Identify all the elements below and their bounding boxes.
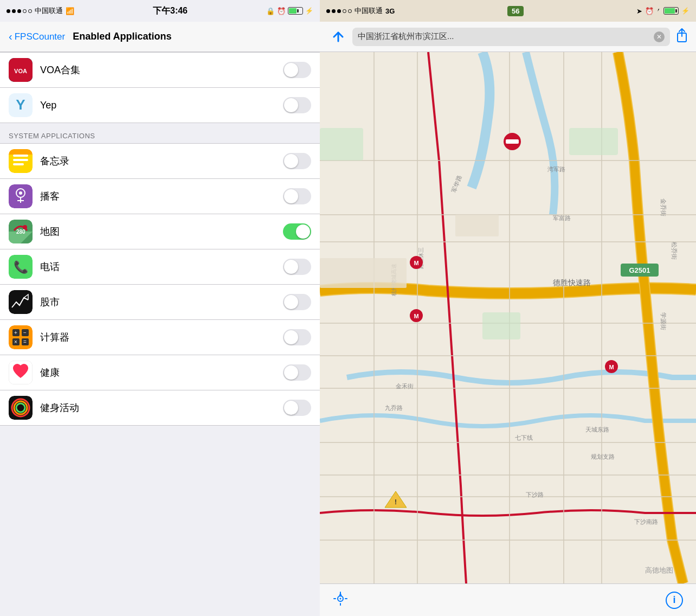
svg-rect-83 bbox=[320, 128, 363, 161]
app-name-podcast: 播客 bbox=[40, 190, 283, 203]
dot2 bbox=[12, 9, 16, 13]
right-panel: 中国联通 3G 56 ➤ ⏰ ⎖ ⚡ 中国浙江省杭州市滨江区... ✕ bbox=[320, 0, 696, 616]
app-icon-yep: Y bbox=[9, 93, 33, 117]
svg-text:七下线: 七下线 bbox=[515, 434, 533, 441]
svg-text:M: M bbox=[609, 364, 614, 370]
svg-point-11 bbox=[19, 191, 22, 195]
battery-fill-left bbox=[289, 8, 297, 14]
svg-text:M: M bbox=[414, 313, 418, 319]
battery-tip-right bbox=[675, 9, 677, 12]
app-icon-voa: VOA bbox=[9, 58, 33, 82]
wifi-icon: 📶 bbox=[66, 7, 74, 15]
toggle-fitness[interactable] bbox=[283, 400, 311, 416]
map-nav: 中国浙江省杭州市滨江区... ✕ bbox=[320, 22, 696, 52]
rdot1 bbox=[326, 9, 330, 13]
toggle-notes[interactable] bbox=[283, 153, 311, 169]
app-name-fitness: 健身活动 bbox=[40, 401, 283, 414]
toggle-yep[interactable] bbox=[283, 97, 311, 113]
svg-text:!: ! bbox=[395, 498, 397, 506]
svg-text:九乔路: 九乔路 bbox=[385, 405, 403, 411]
toggle-thumb-notes bbox=[284, 154, 298, 168]
toggle-thumb-maps bbox=[296, 224, 310, 239]
list-item-health: 健康 bbox=[0, 355, 320, 390]
map-area[interactable]: G2501 德胜快速路 军 bbox=[320, 52, 696, 583]
toggle-maps[interactable] bbox=[283, 223, 311, 240]
dot3 bbox=[17, 9, 21, 13]
svg-rect-87 bbox=[455, 215, 499, 236]
location-button[interactable] bbox=[333, 591, 348, 609]
toggle-thumb-fitness bbox=[284, 401, 298, 415]
toggle-thumb-calc bbox=[284, 330, 298, 344]
signal-area: 中国联通 📶 bbox=[7, 6, 74, 16]
app-name-stocks: 股市 bbox=[40, 296, 283, 309]
svg-text:德胜快速路: 德胜快速路 bbox=[553, 278, 591, 287]
toggle-podcast[interactable] bbox=[283, 188, 311, 204]
svg-text:金乔街: 金乔街 bbox=[660, 198, 667, 216]
bolt-icon-right: ⚡ bbox=[681, 7, 689, 15]
svg-rect-22 bbox=[9, 290, 33, 314]
carrier-right: 中国联通 bbox=[355, 6, 383, 16]
map-clear-button[interactable]: ✕ bbox=[654, 31, 665, 42]
bolt-icon: ⚡ bbox=[305, 7, 313, 15]
app-icon-stocks bbox=[9, 290, 33, 314]
app-name-voa: VOA合集 bbox=[40, 63, 283, 76]
app-name-maps: 地图 bbox=[40, 225, 283, 238]
info-label: i bbox=[673, 594, 675, 606]
toggle-thumb-health bbox=[284, 365, 298, 380]
app-name-calc: 计算器 bbox=[40, 331, 283, 344]
rdot5 bbox=[348, 9, 352, 13]
toggle-voa[interactable] bbox=[283, 62, 311, 78]
dot1 bbox=[7, 9, 10, 13]
battery-area-left: 🔒 ⏰ ⚡ bbox=[266, 7, 313, 15]
svg-text:+: + bbox=[14, 330, 17, 336]
svg-rect-6 bbox=[13, 159, 28, 161]
left-panel: 中国联通 📶 下午3:46 🔒 ⏰ ⚡ ‹ FPSCounter Enabled… bbox=[0, 0, 320, 616]
battery-icon-right bbox=[663, 7, 679, 15]
back-button[interactable]: ‹ FPSCounter bbox=[9, 30, 65, 43]
status-right-left: 中国联通 3G bbox=[326, 6, 395, 16]
app-items-group: VOA VOA合集 Y Yep bbox=[0, 52, 320, 123]
map-search-text: 中国浙江省杭州市滨江区... bbox=[358, 31, 650, 42]
alarm-icon: ⏰ bbox=[277, 7, 286, 15]
toggle-stocks[interactable] bbox=[283, 294, 311, 310]
carrier-left: 中国联通 bbox=[35, 6, 63, 16]
nav-bar-left: ‹ FPSCounter Enabled Applications bbox=[0, 22, 320, 52]
info-button[interactable]: i bbox=[666, 592, 683, 609]
svg-text:金禾街: 金禾街 bbox=[396, 383, 414, 389]
svg-text:VOA: VOA bbox=[14, 68, 27, 74]
toggle-thumb-podcast bbox=[284, 189, 298, 203]
status-right-right: ➤ ⏰ ⎖ ⚡ bbox=[636, 7, 689, 15]
svg-text:下沙南路: 下沙南路 bbox=[634, 518, 658, 525]
app-name-phone: 电话 bbox=[40, 260, 283, 273]
svg-point-89 bbox=[340, 598, 341, 599]
toggle-thumb-stocks bbox=[284, 295, 298, 309]
toggle-thumb-yep bbox=[284, 98, 298, 112]
rdot4 bbox=[343, 9, 346, 13]
alarm-icon-right: ⏰ bbox=[645, 7, 654, 15]
map-search-bar[interactable]: 中国浙江省杭州市滨江区... ✕ bbox=[352, 28, 670, 46]
list-item-phone: 📞 电话 bbox=[0, 249, 320, 285]
toggle-phone[interactable] bbox=[283, 259, 311, 275]
app-icon-notes bbox=[9, 149, 33, 173]
speed-badge: 56 bbox=[507, 6, 524, 16]
status-bar-left: 中国联通 📶 下午3:46 🔒 ⏰ ⚡ bbox=[0, 0, 320, 22]
system-apps-header: SYSTEM APPLICATIONS bbox=[0, 123, 320, 143]
battery-icon-left bbox=[288, 7, 303, 15]
app-icon-health bbox=[9, 361, 33, 384]
svg-text:M: M bbox=[414, 260, 418, 266]
dot5 bbox=[28, 9, 32, 13]
list-item-calc: + − × = 计算器 bbox=[0, 320, 320, 355]
toggle-thumb-voa bbox=[284, 63, 298, 77]
app-icon-podcast bbox=[9, 184, 33, 208]
list-item-notes: 备忘录 bbox=[0, 144, 320, 179]
app-name-yep: Yep bbox=[40, 100, 283, 111]
toggle-health[interactable] bbox=[283, 364, 311, 381]
svg-text:280: 280 bbox=[16, 229, 25, 235]
svg-text:湾军路: 湾军路 bbox=[547, 166, 565, 172]
toggle-calc[interactable] bbox=[283, 329, 311, 345]
svg-rect-23 bbox=[9, 325, 33, 349]
map-share-button[interactable] bbox=[675, 28, 688, 46]
status-bar-right: 中国联通 3G 56 ➤ ⏰ ⎖ ⚡ bbox=[320, 0, 696, 22]
system-items-group: 备忘录 播客 bbox=[0, 143, 320, 426]
svg-text:天城东路: 天城东路 bbox=[585, 426, 609, 433]
